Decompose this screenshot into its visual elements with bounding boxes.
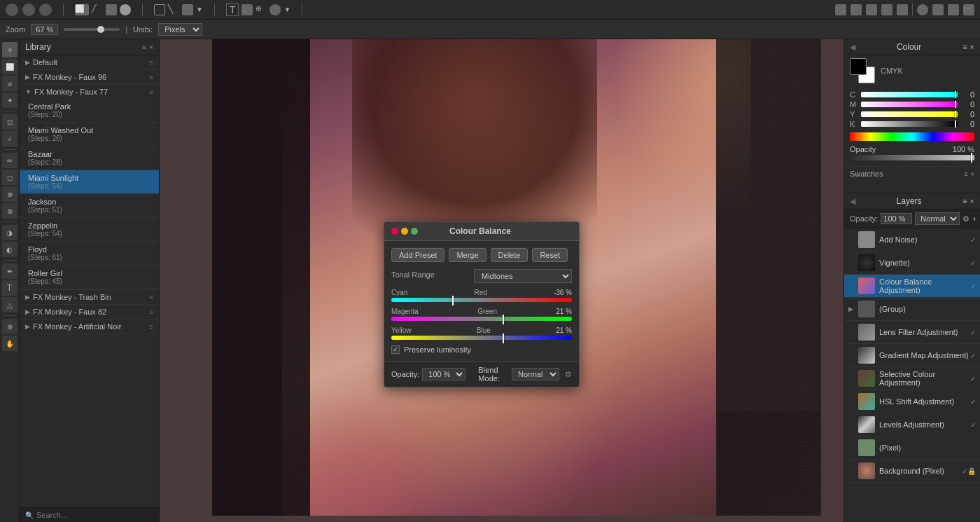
toolbar-right-icon-2[interactable] bbox=[850, 4, 862, 15]
tool-zoom[interactable]: ⊕ bbox=[2, 319, 18, 334]
cyan-red-thumb[interactable] bbox=[452, 296, 454, 305]
layer-check-colour-balance[interactable]: ✓ bbox=[970, 282, 976, 290]
library-group-header-faux82[interactable]: ▶ FX Monkey - Faux 82 ≡ bbox=[20, 305, 159, 319]
toolbar-icon-4[interactable] bbox=[120, 4, 131, 15]
tool-text[interactable]: T bbox=[2, 280, 18, 296]
library-group-header-faux96[interactable]: ▶ FX Monkey - Faux 96 ≡ bbox=[20, 70, 159, 84]
yellow-blue-thumb[interactable] bbox=[503, 334, 504, 343]
cyan-red-slider[interactable] bbox=[391, 298, 572, 302]
dialog-dot-yellow[interactable] bbox=[401, 228, 408, 235]
c-slider-thumb[interactable] bbox=[955, 91, 956, 98]
layer-check-lens[interactable]: ✓ bbox=[970, 329, 976, 336]
tool-select-rect[interactable]: ⬜ bbox=[2, 59, 18, 74]
chat-icon[interactable] bbox=[917, 4, 928, 15]
library-group-menu-faux96[interactable]: ≡ bbox=[149, 74, 153, 81]
layer-item-gradient-map[interactable]: Gradient Map Adjustment) ✓ bbox=[844, 344, 980, 367]
delete-button[interactable]: Delete bbox=[491, 248, 528, 262]
opacity-slider-thumb[interactable] bbox=[971, 153, 972, 163]
layer-item-hsl-shift[interactable]: HSL Shift Adjustment) ✓ bbox=[844, 390, 980, 413]
layers-panel-collapse-icon[interactable]: ◀ bbox=[850, 197, 855, 206]
reset-button[interactable]: Reset bbox=[532, 248, 568, 262]
m-slider[interactable] bbox=[861, 102, 958, 107]
zoom-value-display[interactable]: 67 % bbox=[31, 24, 58, 35]
tool-crop[interactable]: ⊡ bbox=[2, 114, 18, 130]
layer-check-gradient[interactable]: ✓ bbox=[970, 352, 976, 359]
zoom-slider[interactable] bbox=[64, 28, 120, 31]
c-slider[interactable] bbox=[861, 92, 958, 97]
colour-spectrum-bar[interactable] bbox=[850, 132, 974, 141]
merge-button[interactable]: Merge bbox=[449, 248, 486, 262]
colour-panel-close-icon[interactable]: × bbox=[970, 43, 974, 51]
library-item-jackson[interactable]: Jackson (Steps: 51) bbox=[20, 194, 159, 218]
dialog-dot-red[interactable] bbox=[391, 228, 398, 235]
library-action-btn-1[interactable]: ≡ bbox=[142, 43, 146, 51]
layer-item-lens-filter[interactable]: Lens Filter Adjustment) ✓ bbox=[844, 321, 980, 344]
toolbar-icon-5[interactable] bbox=[154, 4, 165, 15]
tool-lasso[interactable]: ⌀ bbox=[2, 76, 18, 91]
toolbar-right-icon-5[interactable] bbox=[897, 4, 908, 15]
library-group-header-trash[interactable]: ▶ FX Monkey - Trash Bin ≡ bbox=[20, 290, 159, 304]
tool-clone[interactable]: ⊕ bbox=[2, 186, 18, 202]
layer-item-group[interactable]: ▶ (Group) bbox=[844, 298, 980, 321]
magenta-green-thumb[interactable] bbox=[503, 315, 504, 324]
y-slider[interactable] bbox=[861, 111, 958, 117]
k-slider-thumb[interactable] bbox=[955, 121, 956, 128]
add-preset-button[interactable]: Add Preset bbox=[391, 248, 444, 262]
toolbar-icon-7[interactable] bbox=[182, 4, 193, 15]
canvas-area[interactable]: Colour Balance Add Preset Merge Delete R… bbox=[160, 39, 844, 522]
library-item-miami-washed[interactable]: Miami Washed Out (Steps: 26) bbox=[20, 123, 159, 146]
zoom-slider-thumb[interactable] bbox=[97, 26, 104, 33]
tool-dodge[interactable]: ◑ bbox=[2, 225, 18, 240]
layers-settings-icon[interactable]: ⚙ bbox=[962, 214, 969, 224]
fg-colour-swatch[interactable] bbox=[850, 58, 867, 75]
tool-eraser[interactable]: ◻ bbox=[2, 170, 18, 185]
more-icon[interactable]: ⋯ bbox=[963, 4, 974, 15]
layer-item-selective-colour[interactable]: Selective Colour Adjustment) ✓ bbox=[844, 367, 980, 390]
tool-hand[interactable]: ✋ bbox=[2, 336, 18, 351]
toolbar-icon-8[interactable]: ▼ bbox=[196, 6, 203, 13]
library-group-menu-trash[interactable]: ≡ bbox=[149, 294, 153, 301]
library-group-header-faux77[interactable]: ▼ FX Monkey - Faux 77 ≡ bbox=[20, 85, 159, 99]
dialog-settings-icon[interactable]: ⚙ bbox=[565, 370, 572, 379]
layers-panel-menu-icon[interactable]: ≡ bbox=[962, 197, 967, 205]
tool-magic-wand[interactable]: ✦ bbox=[2, 92, 18, 108]
toolbar-icon-2[interactable]: ╱ bbox=[92, 4, 103, 15]
layer-item-add-noise[interactable]: Add Noise) ✓ bbox=[844, 228, 980, 252]
layer-check-bg[interactable]: ✓ bbox=[962, 467, 967, 475]
fg-bg-colour-selector[interactable] bbox=[850, 58, 875, 83]
library-item-floyd[interactable]: Floyd (Steps: 61) bbox=[20, 242, 159, 266]
colour-panel-menu-icon[interactable]: ≡ bbox=[962, 43, 967, 51]
layer-check-vignette[interactable]: ✓ bbox=[970, 259, 976, 267]
toolbar-icon-3[interactable] bbox=[106, 4, 117, 15]
colour-panel-collapse-icon[interactable]: ◀ bbox=[850, 43, 855, 52]
y-slider-thumb[interactable] bbox=[955, 111, 956, 118]
app-icon-2[interactable] bbox=[22, 4, 35, 16]
toolbar-icon-1[interactable]: ⬜ bbox=[75, 4, 89, 15]
share-icon[interactable] bbox=[932, 4, 944, 15]
toolbar-icon-12[interactable] bbox=[270, 4, 281, 15]
library-item-roller-girl[interactable]: Roller Girl (Steps: 45) bbox=[20, 266, 159, 289]
library-item-bazaar[interactable]: Bazaar (Steps: 28) bbox=[20, 146, 159, 170]
tool-brush[interactable]: ✏ bbox=[2, 153, 18, 168]
layers-add-icon[interactable]: + bbox=[972, 214, 976, 223]
layer-check-hsl[interactable]: ✓ bbox=[970, 398, 976, 406]
dialog-dot-green[interactable] bbox=[411, 228, 418, 235]
tool-burn[interactable]: ◐ bbox=[2, 242, 18, 257]
app-icon-3[interactable] bbox=[39, 4, 52, 16]
toolbar-icon-6[interactable]: ╲ bbox=[168, 4, 179, 15]
swatches-menu-icon[interactable]: ≡ bbox=[964, 170, 968, 178]
layer-item-vignette[interactable]: Vignette) ✓ bbox=[844, 252, 980, 275]
swatches-close-icon[interactable]: × bbox=[970, 170, 974, 178]
library-item-miami-sunlight[interactable]: Miami Sunlight (Steps: 54) bbox=[20, 170, 159, 194]
library-group-menu-artificial[interactable]: ≡ bbox=[149, 323, 153, 331]
library-group-menu-faux82[interactable]: ≡ bbox=[149, 308, 153, 316]
m-slider-thumb[interactable] bbox=[955, 101, 956, 108]
toolbar-right-icon-1[interactable] bbox=[835, 4, 846, 15]
library-group-menu-faux77[interactable]: ≡ bbox=[149, 88, 153, 96]
layer-item-pixel[interactable]: (Pixel) bbox=[844, 437, 980, 460]
units-select[interactable]: Pixels Inches cm bbox=[158, 23, 202, 36]
layer-expand-group[interactable]: ▶ bbox=[848, 305, 855, 312]
layer-item-background[interactable]: Background (Pixel) ✓ 🔒 bbox=[844, 460, 980, 483]
layer-check-add-noise[interactable]: ✓ bbox=[970, 236, 976, 244]
toolbar-icon-9[interactable]: T bbox=[226, 4, 239, 16]
